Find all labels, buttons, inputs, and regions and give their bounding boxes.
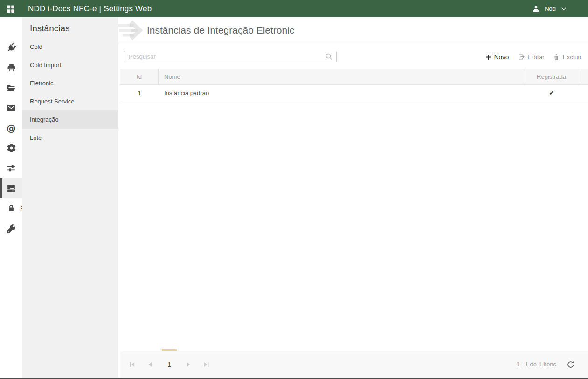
sidebar-item-cold-import[interactable]: Cold Import [22, 56, 118, 74]
current-page-button[interactable]: 1 [162, 358, 177, 371]
top-bar: NDD i-Docs NFC-e | Settings Web Ndd [0, 0, 588, 17]
plug-icon [7, 43, 16, 52]
column-header-nome[interactable]: Nome [159, 69, 523, 84]
rail-item-printer[interactable] [0, 58, 22, 78]
sliders-icon [7, 164, 16, 173]
last-page-button[interactable] [200, 358, 212, 371]
column-header-id[interactable]: Id [120, 69, 159, 84]
refresh-button[interactable] [567, 360, 575, 369]
gear-icon [7, 144, 16, 152]
new-button[interactable]: Novo [485, 54, 509, 61]
rail-item-tools[interactable] [0, 218, 22, 238]
edit-export-icon [518, 53, 525, 61]
sidebar-item-integracao[interactable]: Integração [22, 110, 118, 129]
last-page-icon [202, 361, 210, 368]
user-name: Ndd [545, 5, 556, 12]
trash-icon [553, 54, 560, 61]
refresh-icon [567, 360, 575, 369]
envelope-icon [7, 103, 16, 113]
edit-button[interactable]: Editar [518, 53, 544, 61]
at-sign-icon: @ [7, 124, 16, 133]
wrench-icon [7, 224, 15, 233]
sidebar-item-lote[interactable]: Lote [22, 129, 118, 147]
user-menu[interactable]: Ndd [532, 5, 567, 13]
check-icon: ✔ [549, 89, 554, 96]
first-page-icon [129, 361, 136, 368]
cell-filler [580, 85, 588, 101]
sidebar-item-label: Request Service [30, 98, 74, 105]
rail-item-instances[interactable] [0, 178, 22, 198]
column-header-filler [580, 69, 588, 84]
integration-arrow-icon [118, 20, 145, 41]
app-grid-icon[interactable] [6, 4, 15, 14]
cell-registrada: ✔ [523, 85, 580, 101]
column-header-registrada[interactable]: Registrada [523, 69, 580, 84]
rail-item-settings[interactable] [0, 138, 22, 158]
first-page-button[interactable] [126, 358, 138, 371]
delete-button[interactable]: Excluir [553, 54, 581, 61]
sidebar-title: Instâncias [22, 17, 118, 34]
rail-clipped-label: F [20, 204, 22, 212]
cell-nome: Instância padrão [159, 85, 523, 101]
sidebar: Instâncias Cold Cold Import Eletronic Re… [22, 17, 118, 379]
rail-item-at[interactable]: @ [0, 118, 22, 138]
prev-page-button[interactable] [144, 358, 156, 371]
new-button-label: Novo [494, 54, 509, 61]
page-title: Instâncias de Integração Eletronic [147, 25, 294, 36]
search-icon [325, 53, 333, 61]
user-icon [532, 5, 540, 13]
table-row[interactable]: 1 Instância padrão ✔ [120, 85, 588, 101]
folder-open-icon [7, 83, 16, 93]
rail-item-mail[interactable] [0, 98, 22, 118]
sidebar-item-label: Integração [30, 116, 58, 123]
sidebar-item-eletronic[interactable]: Eletronic [22, 74, 118, 92]
cell-id: 1 [120, 85, 159, 101]
pager: 1 1 - 1 de 1 itens [120, 351, 588, 378]
plus-icon [485, 54, 491, 60]
next-page-icon [185, 361, 192, 368]
printer-icon [7, 63, 16, 72]
chevron-down-icon [560, 6, 567, 12]
sidebar-item-label: Cold Import [30, 62, 61, 69]
sidebar-item-label: Cold [30, 43, 42, 50]
prev-page-icon [146, 361, 154, 368]
rail-item-security[interactable]: F [0, 198, 22, 218]
next-page-button[interactable] [182, 358, 194, 371]
server-stack-icon [7, 184, 16, 193]
main-content: Instâncias de Integração Eletronic Novo [118, 17, 588, 379]
pager-summary: 1 - 1 de 1 itens [516, 361, 556, 368]
lock-icon [7, 204, 15, 213]
rail-item-preferences[interactable] [0, 158, 22, 178]
sidebar-item-request-service[interactable]: Request Service [22, 92, 118, 110]
sidebar-item-label: Lote [30, 134, 42, 141]
delete-button-label: Excluir [562, 54, 581, 61]
page-header: Instâncias de Integração Eletronic [118, 17, 588, 43]
sidebar-item-cold[interactable]: Cold [22, 38, 118, 56]
sidebar-item-label: Eletronic [30, 80, 54, 87]
icon-rail: @ [0, 17, 22, 379]
grid-toolbar: Novo Editar [118, 43, 588, 69]
app-title: NDD i-Docs NFC-e | Settings Web [28, 4, 152, 14]
rail-item-folder[interactable] [0, 78, 22, 98]
grid-header-row: Id Nome Registrada [120, 69, 588, 85]
data-grid: Id Nome Registrada 1 Instância padrão ✔ [120, 69, 588, 101]
app-window: NDD i-Docs NFC-e | Settings Web Ndd [0, 0, 588, 379]
rail-item-plug[interactable] [0, 38, 22, 58]
search-input[interactable] [124, 51, 337, 62]
edit-button-label: Editar [528, 54, 544, 61]
